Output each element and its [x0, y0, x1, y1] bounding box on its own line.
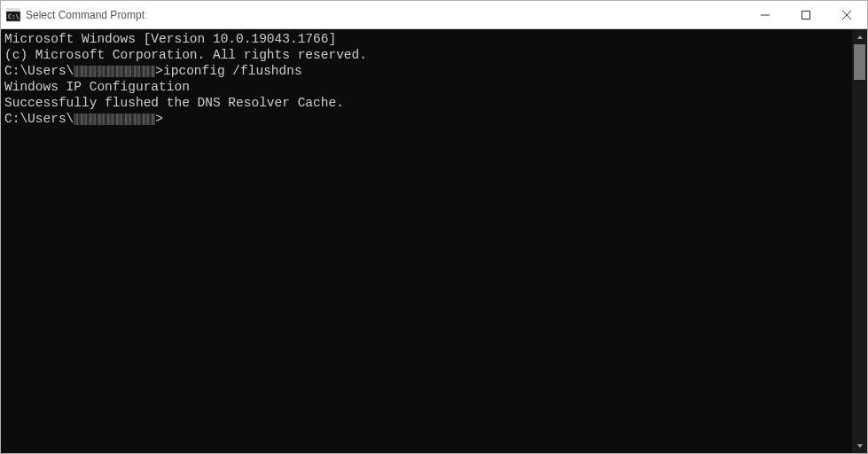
output-line: Successfully flushed the DNS Resolver Ca… [4, 95, 848, 111]
scroll-up-arrow-icon[interactable] [852, 29, 867, 44]
svg-marker-7 [857, 35, 863, 39]
redacted-username [74, 114, 155, 125]
minimize-button[interactable] [745, 1, 786, 28]
terminal-content[interactable]: Microsoft Windows [Version 10.0.19043.17… [1, 29, 852, 453]
scrollbar[interactable] [852, 29, 867, 453]
prompt-line: C:\Users\> [4, 111, 848, 127]
window-controls [745, 1, 867, 28]
scroll-thumb[interactable] [854, 44, 865, 80]
output-line: Windows IP Configuration [4, 79, 848, 95]
scroll-down-arrow-icon[interactable] [852, 438, 867, 453]
close-button[interactable] [826, 1, 867, 28]
prompt-path-prefix: C:\Users\ [4, 64, 74, 78]
svg-marker-8 [857, 444, 863, 448]
svg-rect-4 [802, 11, 810, 19]
svg-rect-1 [6, 9, 20, 12]
redacted-username [74, 66, 155, 77]
cmd-icon: C:\ [6, 8, 20, 22]
prompt-path-prefix: C:\Users\ [4, 112, 74, 126]
prompt-line: C:\Users\>ipconfig /flushdns [4, 63, 848, 79]
terminal-area: Microsoft Windows [Version 10.0.19043.17… [1, 29, 867, 453]
output-line: (c) Microsoft Corporation. All rights re… [4, 47, 848, 63]
svg-text:C:\: C:\ [8, 13, 20, 20]
output-line: Microsoft Windows [Version 10.0.19043.17… [4, 31, 848, 47]
prompt-command: >ipconfig /flushdns [155, 64, 301, 78]
titlebar[interactable]: C:\ Select Command Prompt [1, 1, 867, 29]
scroll-track[interactable] [852, 44, 867, 438]
window-title: Select Command Prompt [26, 9, 745, 21]
command-prompt-window: C:\ Select Command Prompt Microsoft Wind… [0, 0, 868, 454]
maximize-button[interactable] [786, 1, 826, 28]
prompt-cursor: > [155, 112, 163, 126]
